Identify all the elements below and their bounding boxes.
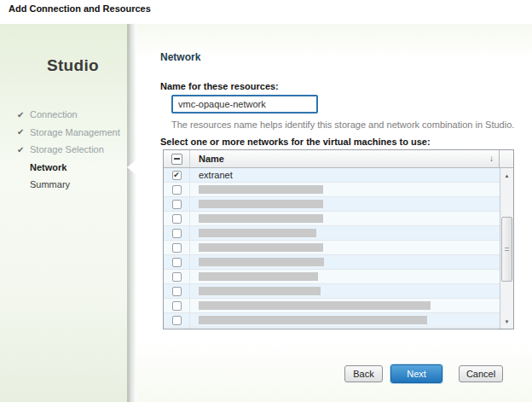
table-row[interactable] [164, 313, 500, 328]
wizard-step-network: Network [17, 159, 120, 177]
row-checkbox[interactable] [172, 316, 182, 325]
redacted-network-name [199, 200, 323, 208]
name-column-header[interactable]: Name [199, 150, 224, 167]
row-checkbox-cell [164, 270, 190, 283]
table-row[interactable] [164, 241, 500, 255]
row-checkbox[interactable] [172, 258, 182, 267]
table-row[interactable] [164, 226, 500, 241]
network-name-cell [190, 197, 323, 211]
current-step-pointer [127, 160, 136, 175]
network-name-cell [190, 183, 323, 196]
network-name: extranet [190, 168, 233, 182]
redacted-network-name [199, 301, 431, 310]
scroll-down-icon[interactable]: ▼ [500, 315, 513, 328]
redacted-network-name [199, 185, 323, 194]
vertical-scrollbar[interactable]: ▲ ▼ [500, 168, 513, 329]
redacted-network-name [199, 316, 427, 324]
table-row[interactable] [164, 328, 500, 329]
table-row[interactable] [164, 255, 500, 270]
network-name-cell [190, 255, 324, 269]
row-checkbox[interactable] [172, 185, 182, 195]
select-all-checkbox[interactable] [171, 154, 182, 165]
resources-name-label: Name for these resources: [160, 81, 279, 91]
row-checkbox-cell [164, 197, 190, 211]
table-row[interactable]: ✔extranet [164, 168, 500, 183]
table-row[interactable] [164, 284, 500, 299]
indeterminate-icon [174, 158, 180, 160]
step-label: Network [30, 162, 66, 172]
row-checkbox[interactable] [172, 287, 182, 296]
row-checkbox-cell [164, 299, 190, 312]
row-checkbox-cell [164, 241, 190, 254]
step-label: Connection [30, 109, 78, 119]
panel-divider [127, 24, 136, 402]
next-button[interactable]: Next [390, 364, 442, 383]
row-checkbox-cell [164, 212, 190, 225]
redacted-network-name [199, 214, 323, 223]
resources-name-input[interactable] [171, 95, 318, 114]
row-checkbox-cell: ✔ [164, 168, 190, 182]
row-checkbox[interactable] [172, 243, 182, 253]
redacted-network-name [199, 287, 321, 295]
step-done-check-icon: ✔ [17, 145, 30, 154]
add-connection-and-resources-window: Add Connection and Resources Studio ✔Con… [0, 0, 532, 402]
wizard-sidebar: Studio ✔Connection✔Storage Management✔St… [0, 24, 130, 402]
network-name-cell [190, 313, 427, 327]
step-done-check-icon: ✔ [17, 127, 30, 137]
table-row[interactable] [164, 183, 500, 197]
row-checkbox[interactable] [172, 214, 182, 224]
step-label: Storage Selection [30, 144, 104, 154]
wizard-steps: ✔Connection✔Storage Management✔Storage S… [17, 106, 120, 194]
scroll-up-icon[interactable]: ▲ [500, 169, 513, 182]
wizard-step-connection: ✔Connection [17, 106, 120, 124]
row-checkbox-cell [164, 226, 190, 240]
row-checkbox[interactable] [172, 229, 182, 238]
resources-name-help: The resources name helps identify this s… [171, 119, 514, 130]
row-checkbox-checked[interactable]: ✔ [172, 171, 182, 180]
table-row[interactable] [164, 212, 500, 226]
wizard-content-panel: Network Name for these resources: The re… [136, 24, 532, 402]
row-checkbox-cell [164, 284, 190, 298]
network-name-cell [190, 328, 425, 329]
table-row[interactable] [164, 197, 500, 212]
sort-down-icon[interactable]: ↓ [489, 150, 494, 167]
networks-table-header: Name ↓ [164, 150, 513, 168]
studio-logo: Studio [47, 56, 99, 75]
wizard-step-storage-management: ✔Storage Management [17, 124, 120, 142]
redacted-network-name [199, 272, 318, 281]
step-done-check-icon: ✔ [17, 110, 30, 119]
wizard-step-storage-selection: ✔Storage Selection [17, 141, 120, 159]
network-name-cell [190, 212, 323, 225]
row-checkbox-cell [164, 328, 190, 329]
network-name-cell [190, 299, 431, 312]
networks-table-body: ✔extranet [164, 168, 500, 329]
row-checkbox[interactable] [172, 200, 182, 209]
network-name-cell [190, 284, 321, 298]
step-label: Storage Management [30, 127, 120, 137]
redacted-network-name [199, 243, 323, 252]
row-checkbox[interactable] [172, 272, 182, 282]
table-row[interactable] [164, 299, 500, 313]
row-checkbox-cell [164, 313, 190, 327]
page-title: Network [160, 51, 200, 63]
redacted-network-name [199, 229, 316, 237]
network-name-cell [190, 226, 316, 240]
scrollbar-thumb-grip [505, 248, 509, 251]
row-checkbox[interactable] [172, 301, 182, 311]
back-button[interactable]: Back [344, 365, 383, 382]
cancel-button[interactable]: Cancel [459, 365, 503, 382]
row-checkbox-cell [164, 183, 190, 196]
scrollbar-header-stub [499, 150, 513, 167]
networks-table: Name ↓ ✔extranet ▲ ▼ [163, 149, 514, 329]
table-row[interactable] [164, 270, 500, 284]
window-title: Add Connection and Resources [9, 3, 151, 14]
row-checkbox-cell [164, 255, 190, 269]
network-name-cell [190, 241, 323, 254]
redacted-network-name [199, 258, 324, 266]
step-label: Summary [30, 179, 70, 189]
network-name-cell [190, 270, 318, 283]
select-networks-label: Select one or more networks for the virt… [160, 137, 431, 147]
wizard-step-summary: Summary [17, 176, 120, 194]
select-all-cell [164, 150, 190, 167]
scrollbar-thumb[interactable] [501, 217, 512, 282]
